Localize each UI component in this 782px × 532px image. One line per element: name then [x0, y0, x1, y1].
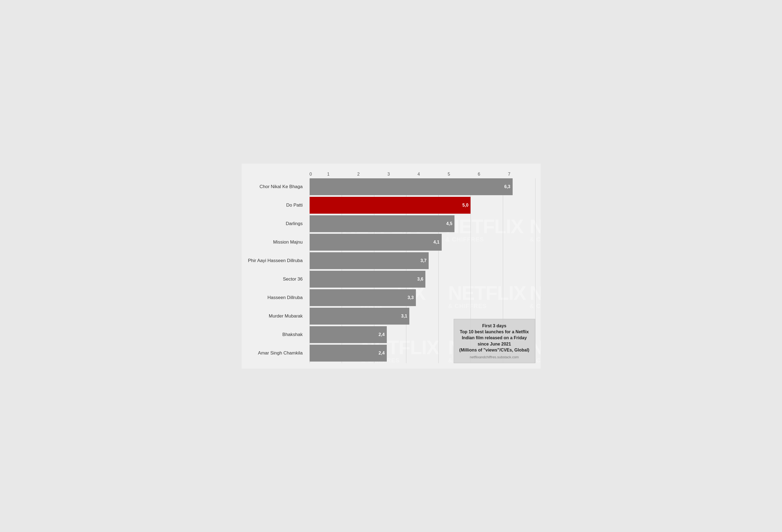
x-axis: 0 1 2 3 4 5 6 7 — [310, 172, 535, 177]
bar-row: Hasseen Dillruba3,3 — [310, 289, 535, 306]
bar-label: Murder Mubarak — [247, 313, 307, 319]
x-label-6: 6 — [464, 172, 494, 177]
bar-fill: 3,7 — [310, 252, 429, 269]
bar-label: Do Patti — [247, 203, 307, 208]
legend-title: First 3 days Top 10 best launches for a … — [459, 323, 530, 353]
bar-value: 3,1 — [401, 314, 410, 319]
bar-value: 4,1 — [433, 240, 441, 245]
bar-value: 6,3 — [504, 184, 512, 189]
bar-label: Phir Aayi Hasseen Dillruba — [247, 258, 307, 263]
bar-row: Darlings4,5 — [310, 215, 535, 232]
bar-label: Mission Majnu — [247, 240, 307, 245]
bar-label: Bhakshak — [247, 332, 307, 338]
chart-container: NETFLIX & CHIFFRES NETFLIX & CHIFFRES NE… — [242, 164, 541, 368]
bar-value: 3,6 — [417, 277, 425, 282]
bar-row: Sector 363,6 — [310, 271, 535, 288]
bar-row: Do Patti5,0 — [310, 197, 535, 214]
x-label-1: 1 — [313, 172, 343, 177]
bar-label: Amar Singh Chamkila — [247, 350, 307, 356]
bar-value: 2,4 — [379, 332, 387, 337]
bar-row: Mission Majnu4,1 — [310, 234, 535, 251]
legend-box: First 3 days Top 10 best launches for a … — [454, 319, 535, 363]
bar-fill: 4,1 — [310, 234, 442, 251]
x-label-3: 3 — [374, 172, 404, 177]
bar-fill: 3,6 — [310, 271, 426, 288]
bar-label: Sector 36 — [247, 277, 307, 282]
bar-fill: 3,1 — [310, 308, 410, 325]
bar-row: Chor Nikal Ke Bhaga6,3 — [310, 178, 535, 195]
bar-label: Chor Nikal Ke Bhaga — [247, 184, 307, 189]
bar-value: 5,0 — [462, 203, 470, 208]
bar-value: 4,5 — [446, 221, 455, 226]
bar-row: Phir Aayi Hasseen Dillruba3,7 — [310, 252, 535, 269]
legend-source: netflixandchiffres.substack.com — [459, 355, 530, 359]
x-label-4: 4 — [404, 172, 434, 177]
bar-label: Hasseen Dillruba — [247, 295, 307, 300]
bar-fill: 4,5 — [310, 215, 455, 232]
bar-value: 3,3 — [408, 295, 416, 300]
x-label-7: 7 — [494, 172, 524, 177]
bar-fill: 3,3 — [310, 289, 416, 306]
bar-value: 3,7 — [421, 258, 429, 263]
x-axis-labels: 0 1 2 3 4 5 6 7 — [310, 172, 535, 177]
x-label-0: 0 — [310, 172, 313, 177]
bar-fill: 2,4 — [310, 326, 387, 343]
bar-value: 2,4 — [379, 351, 387, 356]
x-label-5: 5 — [434, 172, 464, 177]
bar-fill: 5,0 — [310, 197, 471, 214]
bar-fill: 2,4 — [310, 345, 387, 361]
x-label-2: 2 — [343, 172, 374, 177]
bar-fill: 6,3 — [310, 178, 512, 195]
bar-label: Darlings — [247, 221, 307, 226]
